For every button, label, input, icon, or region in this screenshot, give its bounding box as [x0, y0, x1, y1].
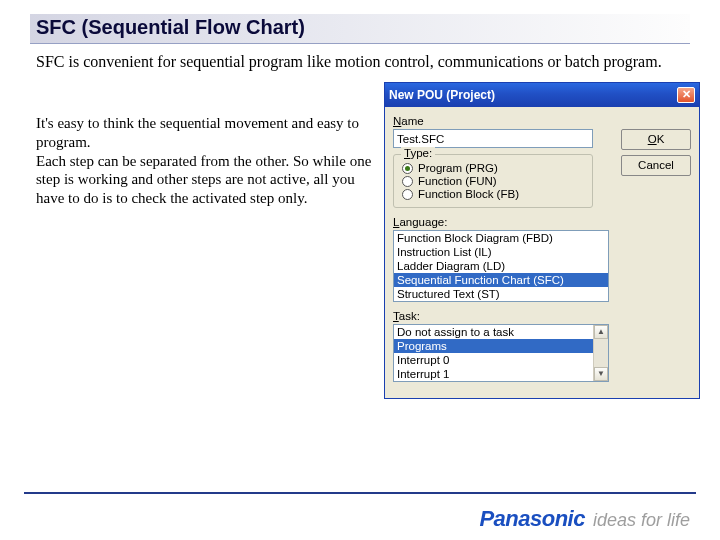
slide-intro: SFC is convenient for sequential program… [36, 52, 684, 72]
task-listbox[interactable]: Do not assign to a task Programs Interru… [393, 324, 609, 382]
type-group: Type: Program (PRG) Function (FUN) Funct… [393, 154, 593, 208]
type-option-label: Function Block (FB) [418, 188, 519, 200]
type-option-label: Program (PRG) [418, 162, 498, 174]
new-pou-dialog: New POU (Project) ✕ Name OK Cancel Type:… [384, 82, 700, 399]
task-label: Task: [393, 310, 691, 322]
radio-icon [402, 176, 413, 187]
radio-icon [402, 163, 413, 174]
footer-logo: Panasonic ideas for life [479, 506, 690, 532]
list-item[interactable]: Instruction List (IL) [394, 245, 608, 259]
list-item[interactable]: Ladder Diagram (LD) [394, 259, 608, 273]
type-option-fb[interactable]: Function Block (FB) [402, 188, 584, 200]
dialog-title-text: New POU (Project) [389, 88, 495, 102]
explanation-text: It's easy to think the sequential moveme… [36, 114, 376, 208]
dialog-titlebar[interactable]: New POU (Project) ✕ [385, 83, 699, 107]
type-option-label: Function (FUN) [418, 175, 497, 187]
list-item[interactable]: Interrupt 0 [394, 353, 593, 367]
type-legend: Type: [401, 147, 435, 159]
list-item[interactable]: Function Block Diagram (FBD) [394, 231, 608, 245]
close-button[interactable]: ✕ [677, 87, 695, 103]
name-field[interactable] [393, 129, 593, 148]
scroll-down-icon[interactable]: ▼ [594, 367, 608, 381]
slide-title: SFC (Sequential Flow Chart) [30, 14, 690, 44]
scroll-up-icon[interactable]: ▲ [594, 325, 608, 339]
footer-divider [24, 492, 696, 494]
language-listbox[interactable]: Function Block Diagram (FBD) Instruction… [393, 230, 609, 302]
list-item[interactable]: Interrupt 1 [394, 367, 593, 381]
list-item[interactable]: Programs [394, 339, 593, 353]
type-option-fun[interactable]: Function (FUN) [402, 175, 584, 187]
task-scrollbar[interactable]: ▲ ▼ [593, 325, 608, 381]
list-item[interactable]: Do not assign to a task [394, 325, 593, 339]
language-label: Language: [393, 216, 691, 228]
brand-tagline: ideas for life [593, 510, 690, 531]
ok-button[interactable]: OK [621, 129, 691, 150]
name-label: Name [393, 115, 691, 127]
list-item[interactable]: Structured Text (ST) [394, 287, 608, 301]
brand-logo: Panasonic [479, 506, 585, 532]
radio-icon [402, 189, 413, 200]
cancel-button[interactable]: Cancel [621, 155, 691, 176]
type-option-prg[interactable]: Program (PRG) [402, 162, 584, 174]
list-item[interactable]: Sequential Function Chart (SFC) [394, 273, 608, 287]
